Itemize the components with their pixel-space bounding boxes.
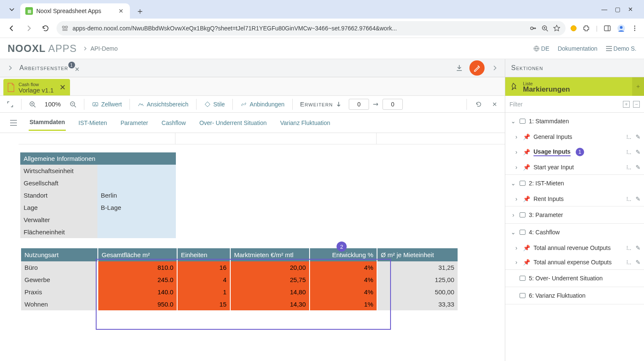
workspace-next[interactable] xyxy=(488,61,501,75)
info-value[interactable] xyxy=(97,177,176,189)
expand-tool[interactable]: Erweitern xyxy=(297,99,345,109)
reload-button[interactable] xyxy=(40,22,51,34)
section-item-revenue-outputs[interactable]: ›📌 Total annual revenue Outputs ⁝..✎ xyxy=(505,241,644,255)
edit-icon[interactable]: ✎ xyxy=(636,149,641,155)
styles-tool[interactable]: Stile xyxy=(201,99,228,109)
usage-rent[interactable]: 14,80 xyxy=(231,286,309,298)
info-value[interactable] xyxy=(97,165,176,177)
section-item-expense-outputs[interactable]: ›📌 Total annual expense Outputs ⁝..✎ xyxy=(505,255,644,269)
more-icon[interactable]: ⁝.. xyxy=(626,149,631,155)
section-item-general-inputs[interactable]: ›📌 General Inputs ⁝..✎ xyxy=(505,130,644,144)
usage-area[interactable]: 950.0 xyxy=(98,298,177,310)
refresh-button[interactable] xyxy=(472,98,485,111)
usage-rent[interactable]: 14,30 xyxy=(231,298,309,310)
docs-link[interactable]: Dokumentation xyxy=(558,45,597,52)
browser-menu-icon[interactable] xyxy=(631,25,638,32)
tab-parameter[interactable]: Parameter xyxy=(120,115,149,130)
extension-indicator[interactable] xyxy=(571,25,577,31)
collapse-all-button[interactable]: − xyxy=(633,101,640,108)
usage-area[interactable]: 140.0 xyxy=(98,286,177,298)
sections-filter[interactable]: Filter + − xyxy=(505,96,644,113)
expand-cols-input[interactable]: 0 xyxy=(383,99,403,110)
workspace-title[interactable]: Arbeitsfenster 1 ✕ xyxy=(19,64,78,72)
user-menu[interactable]: Demo S. xyxy=(606,45,636,52)
add-marking-button[interactable]: ＋ xyxy=(632,77,644,96)
zoom-lens-icon[interactable] xyxy=(541,24,549,32)
tab-search-dropdown[interactable] xyxy=(5,3,19,16)
zoom-out-button[interactable] xyxy=(66,98,80,111)
close-document-button[interactable]: ✕ xyxy=(59,83,66,92)
section-parameter[interactable]: › 3: Parameter xyxy=(505,206,644,223)
section-stammdaten[interactable]: ⌄ 1: Stammdaten xyxy=(505,113,644,130)
usage-dev[interactable]: 1% xyxy=(310,298,377,310)
close-icon[interactable]: ✕ xyxy=(75,66,80,73)
brand-logo[interactable]: NOOXLAPPS xyxy=(8,43,77,54)
bindings-tool[interactable]: Anbindungen xyxy=(237,99,288,109)
minimize-button[interactable]: — xyxy=(601,6,607,13)
usage-units[interactable]: 16 xyxy=(178,261,230,274)
close-toolbar-button[interactable]: ✕ xyxy=(488,98,501,111)
extensions-icon[interactable] xyxy=(582,24,590,32)
side-panel-icon[interactable] xyxy=(604,24,611,32)
section-item-start-year[interactable]: ›📌 Start year Input ⁝..✎ xyxy=(505,160,644,174)
usage-units[interactable]: 15 xyxy=(178,298,230,310)
info-value[interactable]: B-Lage xyxy=(97,201,176,214)
zoom-in-button[interactable] xyxy=(26,98,39,111)
info-value[interactable] xyxy=(97,226,176,238)
close-window-button[interactable]: ✕ xyxy=(628,6,633,13)
document-tab[interactable]: Cash flow Vorlage v1.1 ✕ xyxy=(3,79,70,95)
section-item-rent-inputs[interactable]: ›📌 Rent Inputs ⁝..✎ xyxy=(505,192,644,206)
forward-button[interactable] xyxy=(23,22,35,34)
site-settings-icon[interactable] xyxy=(62,25,68,32)
more-icon[interactable]: ⁝.. xyxy=(626,259,631,266)
usage-dev[interactable]: 4% xyxy=(310,274,377,286)
language-switch[interactable]: DE xyxy=(534,45,549,52)
section-over-underrent[interactable]: › 5: Over- Underrent Situation xyxy=(505,270,644,287)
info-value[interactable] xyxy=(97,214,176,226)
browser-tab[interactable]: ▦ Nooxl Spreadsheet Apps ✕ xyxy=(20,3,130,19)
tab-over-underrent[interactable]: Over- Underrent Situation xyxy=(199,115,268,130)
url-box[interactable]: apps-demo.nooxl.com/NwuBBbdWskOvwXeQx1Bk… xyxy=(57,21,566,35)
tab-stammdaten[interactable]: Stammdaten xyxy=(29,114,66,131)
usage-rent[interactable]: 25,75 xyxy=(231,274,309,286)
maximize-button[interactable]: ▢ xyxy=(615,6,620,13)
tab-ist-mieten[interactable]: IST-Mieten xyxy=(78,115,108,130)
viewport-tool[interactable]: Ansichtsbereich xyxy=(134,99,192,109)
spreadsheet-area[interactable]: Allgemeine Informationen Wirtschaftseinh… xyxy=(0,133,505,361)
usage-area[interactable]: 810.0 xyxy=(98,261,177,274)
usage-dev[interactable]: 4% xyxy=(310,286,377,298)
more-icon[interactable]: ⁝.. xyxy=(626,164,631,171)
cellvalue-tool[interactable]: Zellwert xyxy=(89,99,125,109)
section-cashflow[interactable]: ⌄ 4: Cashflow xyxy=(505,224,644,241)
download-button[interactable] xyxy=(453,61,466,75)
tab-close-button[interactable]: ✕ xyxy=(117,7,125,15)
more-icon[interactable]: ⁝.. xyxy=(626,133,631,140)
section-ist-mieten[interactable]: ⌄ 2: IST-Mieten xyxy=(505,175,644,192)
section-item-usage-inputs[interactable]: ›📌 Usage Inputs 1 ⁝..✎ xyxy=(505,144,644,160)
edit-icon[interactable]: ✎ xyxy=(636,164,641,171)
breadcrumb[interactable]: API-Demo xyxy=(83,45,118,52)
profile-avatar-icon[interactable] xyxy=(617,24,625,33)
markings-header[interactable]: Liste Markierungen xyxy=(505,77,632,96)
expand-all-button[interactable]: + xyxy=(623,101,630,108)
usage-rent[interactable]: 20,00 xyxy=(231,261,309,274)
workspace-prev[interactable] xyxy=(3,61,17,75)
edit-icon[interactable]: ✎ xyxy=(636,133,641,140)
sheet-menu-button[interactable] xyxy=(10,120,17,126)
edit-icon[interactable]: ✎ xyxy=(636,195,641,202)
tab-cashflow[interactable]: Cashflow xyxy=(161,115,187,130)
expand-rows-input[interactable]: 0 xyxy=(349,99,369,110)
info-value[interactable]: Berlin xyxy=(97,189,176,201)
more-icon[interactable]: ⁝.. xyxy=(626,195,631,202)
fullscreen-button[interactable] xyxy=(3,98,17,111)
back-button[interactable] xyxy=(6,22,18,34)
new-tab-button[interactable]: ＋ xyxy=(132,3,148,19)
more-icon[interactable]: ⁝.. xyxy=(626,244,631,251)
edit-icon[interactable]: ✎ xyxy=(636,259,641,266)
tab-varianz[interactable]: Varianz Fluktuation xyxy=(279,115,331,130)
zoom-level[interactable]: 100% xyxy=(41,98,65,110)
section-varianz[interactable]: › 6: Varianz Fluktuation xyxy=(505,287,644,304)
password-key-icon[interactable] xyxy=(529,24,537,32)
usage-area[interactable]: 245.0 xyxy=(98,274,177,286)
usage-units[interactable]: 4 xyxy=(178,274,230,286)
